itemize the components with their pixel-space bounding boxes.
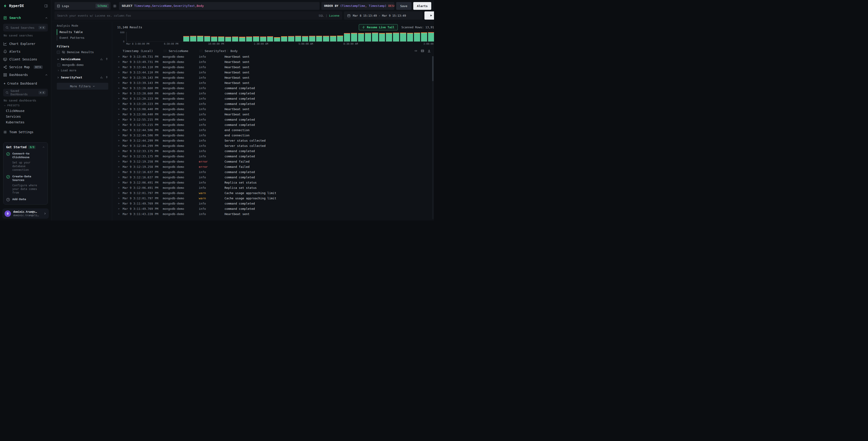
histogram-bar[interactable] xyxy=(267,36,273,41)
table-row[interactable]: >Mar 9 3:12:44.506 PMmongodb-demoinfoend… xyxy=(117,127,434,133)
histogram-bar[interactable] xyxy=(302,36,308,41)
histogram-bar[interactable] xyxy=(288,36,294,41)
table-row[interactable]: >Mar 9 3:12:55.215 PMmongodb-demoinfocom… xyxy=(117,117,434,122)
scrollbar-thumb[interactable] xyxy=(432,56,434,81)
row-expand-chevron-icon[interactable]: > xyxy=(117,150,123,152)
histogram-bar[interactable] xyxy=(344,33,350,41)
histogram-bar[interactable] xyxy=(211,36,217,41)
table-row[interactable]: >Mar 9 3:12:06.491 PMmongodb-demoinfoRep… xyxy=(117,180,434,185)
preset-item-services[interactable]: Services xyxy=(3,114,48,119)
histogram-bar[interactable] xyxy=(274,37,280,41)
table-row[interactable]: >Mar 9 3:11:49.769 PMmongodb-demoinfocom… xyxy=(117,201,434,206)
table-row[interactable]: >Mar 9 3:12:44.299 PMmongodb-demoinfoSer… xyxy=(117,138,434,143)
table-row[interactable]: >Mar 9 3:12:16.637 PMmongodb-demoinfocom… xyxy=(117,175,434,180)
source-select[interactable]: Logs Schema xyxy=(55,2,111,10)
drag-handle-icon[interactable]: ⋮⋮ xyxy=(224,49,228,53)
row-expand-chevron-icon[interactable]: > xyxy=(117,97,123,100)
checkbox[interactable] xyxy=(57,63,60,66)
sidebar-item-alerts[interactable]: Alerts xyxy=(3,48,48,55)
histogram-bar[interactable] xyxy=(337,36,343,41)
lang-sql-toggle[interactable]: SQL xyxy=(319,14,324,17)
select-query-input[interactable]: SELECT Timestamp,ServiceName,SeverityTex… xyxy=(119,2,319,10)
table-row[interactable]: >Mar 9 3:12:01.797 PMmongodb-demowarnCac… xyxy=(117,196,434,201)
row-expand-chevron-icon[interactable]: > xyxy=(117,160,123,163)
resume-live-tail-button[interactable]: Resume Live Tail xyxy=(359,24,398,30)
histogram-bar[interactable] xyxy=(183,36,189,41)
histogram-bar[interactable] xyxy=(232,36,238,41)
scrollbar[interactable] xyxy=(432,56,434,219)
more-filters-button[interactable]: More filters xyxy=(57,83,108,90)
table-row[interactable]: >Mar 9 3:13:08.440 PMmongodb-demoinfoHea… xyxy=(117,112,434,117)
get-started-item[interactable]: Add Data xyxy=(6,198,45,202)
table-row[interactable]: >Mar 9 3:12:19.258 PMmongodb-demoerrorCo… xyxy=(117,159,434,164)
histogram-bar[interactable] xyxy=(407,33,413,41)
table-row[interactable]: >Mar 9 3:12:06.491 PMmongodb-demoinfoRep… xyxy=(117,185,434,190)
histogram-bar[interactable] xyxy=(295,36,301,41)
lang-lucene-toggle[interactable]: Lucene xyxy=(329,14,339,17)
histogram-bar[interactable] xyxy=(218,36,224,41)
histogram-bar[interactable] xyxy=(204,36,210,41)
table-row[interactable]: >Mar 9 3:12:33.175 PMmongodb-demoinfocom… xyxy=(117,154,434,159)
sidebar-collapse-icon[interactable] xyxy=(44,4,48,8)
event-search-input[interactable]: Search your events w/ Lucene ex. column:… xyxy=(55,11,342,20)
row-expand-chevron-icon[interactable]: > xyxy=(117,55,123,58)
table-row[interactable]: >Mar 9 3:12:44.299 PMmongodb-demoinfoSer… xyxy=(117,143,434,148)
table-rows-icon[interactable] xyxy=(421,49,424,53)
histogram-bar[interactable] xyxy=(358,33,364,41)
table-row[interactable]: >Mar 9 3:12:33.175 PMmongodb-demoinfocom… xyxy=(117,148,434,154)
histogram-bar[interactable] xyxy=(309,36,315,41)
histogram-bar[interactable] xyxy=(372,33,378,41)
row-expand-chevron-icon[interactable]: > xyxy=(117,60,123,63)
filter-group-servicename[interactable]: ServiceName xyxy=(57,57,108,61)
histogram-bar[interactable] xyxy=(323,36,329,41)
get-started-item[interactable]: Create Data SourcesConfigure where your … xyxy=(6,175,45,195)
row-expand-chevron-icon[interactable]: > xyxy=(117,76,123,79)
histogram-bar[interactable] xyxy=(316,36,322,41)
row-expand-chevron-icon[interactable]: > xyxy=(117,102,123,105)
pin-icon[interactable] xyxy=(105,76,108,79)
row-expand-chevron-icon[interactable]: > xyxy=(117,207,123,210)
histogram-bar[interactable] xyxy=(421,32,427,41)
histogram-bar[interactable] xyxy=(225,37,231,41)
column-header-timestamp[interactable]: Timestamp (Local) xyxy=(123,49,163,53)
table-row[interactable]: >Mar 9 3:13:39.143 PMmongodb-demoinfoHea… xyxy=(117,80,434,86)
source-settings-gear-icon[interactable] xyxy=(113,4,117,8)
sidebar-item-service-map[interactable]: Service Map BETA xyxy=(3,63,48,71)
table-row[interactable]: >Mar 9 3:13:44.110 PMmongodb-demoinfoHea… xyxy=(117,64,434,70)
histogram-bar[interactable] xyxy=(260,36,266,41)
row-expand-chevron-icon[interactable]: > xyxy=(117,118,123,121)
presets-header[interactable]: PRESETS xyxy=(4,104,48,107)
row-expand-chevron-icon[interactable]: > xyxy=(117,171,123,174)
order-by-input[interactable]: ORDER BY (TimestampTime, Timestamp) DESC xyxy=(321,2,394,10)
row-expand-chevron-icon[interactable]: > xyxy=(117,123,123,126)
histogram-bar[interactable] xyxy=(239,37,245,41)
pin-icon[interactable] xyxy=(105,58,108,61)
row-expand-chevron-icon[interactable]: > xyxy=(117,128,123,131)
column-header-body[interactable]: ⋮⋮Body xyxy=(224,49,409,53)
sidebar-item-search[interactable]: Search xyxy=(3,13,48,22)
row-expand-chevron-icon[interactable]: > xyxy=(117,87,123,90)
histogram-plot[interactable] xyxy=(126,32,434,42)
row-expand-chevron-icon[interactable]: > xyxy=(117,81,123,84)
row-expand-chevron-icon[interactable]: > xyxy=(117,66,123,69)
row-expand-chevron-icon[interactable]: > xyxy=(117,134,123,137)
histogram-bar[interactable] xyxy=(190,36,196,41)
filter-option-mongodb-demo[interactable]: mongodb-demo xyxy=(57,63,108,66)
table-row[interactable]: >Mar 9 3:11:49.769 PMmongodb-demoinfocom… xyxy=(117,206,434,211)
table-row[interactable]: >Mar 9 3:13:28.660 PMmongodb-demoinfocom… xyxy=(117,91,434,96)
save-button[interactable]: Save xyxy=(396,2,411,10)
run-query-button[interactable] xyxy=(425,11,434,20)
row-expand-chevron-icon[interactable]: > xyxy=(117,181,123,184)
denoise-results-checkbox-row[interactable]: Denoise Results xyxy=(57,50,108,54)
row-expand-chevron-icon[interactable]: > xyxy=(117,71,123,74)
table-row[interactable]: >Mar 9 3:12:19.258 PMmongodb-demoerrorCo… xyxy=(117,164,434,170)
table-row[interactable]: >Mar 9 3:11:43.228 PMmongodb-demoinfoHea… xyxy=(117,211,434,217)
saved-dashboards-input[interactable]: Saved Dashboards ⌘ K xyxy=(3,89,48,96)
saved-searches-input[interactable]: Saved Searches ⌘ K xyxy=(3,24,48,31)
histogram-bar[interactable] xyxy=(197,36,203,41)
sidebar-item-dashboards[interactable]: Dashboards xyxy=(3,71,48,79)
row-expand-chevron-icon[interactable]: > xyxy=(117,165,123,168)
row-expand-chevron-icon[interactable]: > xyxy=(117,186,123,189)
row-expand-chevron-icon[interactable]: > xyxy=(117,113,123,116)
bar-chart-icon[interactable] xyxy=(100,58,103,61)
